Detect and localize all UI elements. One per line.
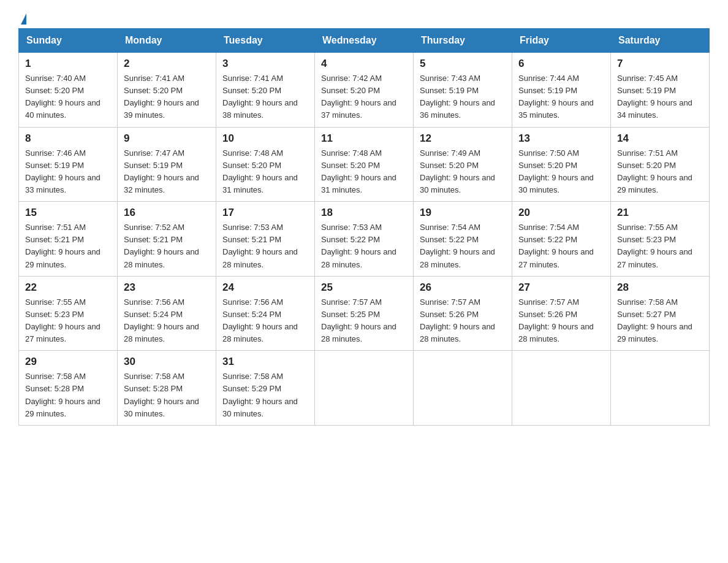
cell-sun-info: Sunrise: 7:50 AMSunset: 5:20 PMDaylight:… <box>518 147 604 197</box>
cell-day-number: 13 <box>518 132 604 145</box>
cell-sun-info: Sunrise: 7:58 AMSunset: 5:28 PMDaylight:… <box>25 370 111 420</box>
cell-day-number: 24 <box>222 282 308 294</box>
calendar-cell: 10Sunrise: 7:48 AMSunset: 5:20 PMDayligh… <box>216 127 315 202</box>
calendar-cell: 21Sunrise: 7:55 AMSunset: 5:23 PMDayligh… <box>611 202 710 277</box>
cell-day-number: 27 <box>518 282 604 294</box>
calendar-cell <box>512 351 611 426</box>
cell-sun-info: Sunrise: 7:52 AMSunset: 5:21 PMDaylight:… <box>124 221 210 271</box>
cell-day-number: 3 <box>222 58 308 70</box>
cell-sun-info: Sunrise: 7:43 AMSunset: 5:19 PMDaylight:… <box>420 72 506 122</box>
cell-sun-info: Sunrise: 7:57 AMSunset: 5:26 PMDaylight:… <box>420 296 506 346</box>
calendar-week-row: 8Sunrise: 7:46 AMSunset: 5:19 PMDaylight… <box>19 127 710 202</box>
cell-day-number: 16 <box>124 207 210 219</box>
cell-day-number: 5 <box>420 58 506 70</box>
cell-day-number: 21 <box>617 207 703 219</box>
cell-sun-info: Sunrise: 7:44 AMSunset: 5:19 PMDaylight:… <box>518 72 604 122</box>
calendar-cell <box>414 351 512 426</box>
calendar-cell: 12Sunrise: 7:49 AMSunset: 5:20 PMDayligh… <box>414 127 512 202</box>
calendar-week-row: 1Sunrise: 7:40 AMSunset: 5:20 PMDaylight… <box>19 53 710 128</box>
cell-sun-info: Sunrise: 7:57 AMSunset: 5:25 PMDaylight:… <box>321 296 407 346</box>
calendar-cell: 3Sunrise: 7:41 AMSunset: 5:20 PMDaylight… <box>216 53 315 128</box>
cell-sun-info: Sunrise: 7:56 AMSunset: 5:24 PMDaylight:… <box>124 296 210 346</box>
day-header-saturday: Saturday <box>611 29 710 53</box>
cell-sun-info: Sunrise: 7:58 AMSunset: 5:28 PMDaylight:… <box>124 370 210 420</box>
cell-day-number: 10 <box>222 132 308 145</box>
calendar-cell: 6Sunrise: 7:44 AMSunset: 5:19 PMDaylight… <box>512 53 611 128</box>
calendar-week-row: 15Sunrise: 7:51 AMSunset: 5:21 PMDayligh… <box>19 202 710 277</box>
cell-day-number: 11 <box>321 132 407 145</box>
cell-sun-info: Sunrise: 7:46 AMSunset: 5:19 PMDaylight:… <box>25 147 111 197</box>
cell-day-number: 1 <box>25 58 111 70</box>
cell-day-number: 7 <box>617 58 703 70</box>
cell-sun-info: Sunrise: 7:51 AMSunset: 5:20 PMDaylight:… <box>617 147 703 197</box>
cell-sun-info: Sunrise: 7:45 AMSunset: 5:19 PMDaylight:… <box>617 72 703 122</box>
cell-day-number: 12 <box>420 132 506 145</box>
calendar-cell: 1Sunrise: 7:40 AMSunset: 5:20 PMDaylight… <box>19 53 118 128</box>
calendar-cell: 22Sunrise: 7:55 AMSunset: 5:23 PMDayligh… <box>19 276 118 351</box>
cell-sun-info: Sunrise: 7:53 AMSunset: 5:21 PMDaylight:… <box>222 221 308 271</box>
calendar-cell: 30Sunrise: 7:58 AMSunset: 5:28 PMDayligh… <box>118 351 216 426</box>
cell-day-number: 22 <box>25 282 111 294</box>
calendar-cell <box>315 351 414 426</box>
page-header <box>18 12 710 22</box>
calendar-cell: 7Sunrise: 7:45 AMSunset: 5:19 PMDaylight… <box>611 53 710 128</box>
logo-triangle-icon <box>21 13 26 25</box>
day-header-wednesday: Wednesday <box>315 29 414 53</box>
cell-sun-info: Sunrise: 7:49 AMSunset: 5:20 PMDaylight:… <box>420 147 506 197</box>
cell-day-number: 30 <box>124 356 210 368</box>
cell-sun-info: Sunrise: 7:41 AMSunset: 5:20 PMDaylight:… <box>124 72 210 122</box>
day-header-thursday: Thursday <box>414 29 512 53</box>
calendar-week-row: 22Sunrise: 7:55 AMSunset: 5:23 PMDayligh… <box>19 276 710 351</box>
cell-day-number: 9 <box>124 132 210 145</box>
calendar-cell: 24Sunrise: 7:56 AMSunset: 5:24 PMDayligh… <box>216 276 315 351</box>
calendar-cell: 23Sunrise: 7:56 AMSunset: 5:24 PMDayligh… <box>118 276 216 351</box>
cell-day-number: 4 <box>321 58 407 70</box>
cell-day-number: 31 <box>222 356 308 368</box>
cell-sun-info: Sunrise: 7:47 AMSunset: 5:19 PMDaylight:… <box>124 147 210 197</box>
day-header-tuesday: Tuesday <box>216 29 315 53</box>
calendar-cell: 13Sunrise: 7:50 AMSunset: 5:20 PMDayligh… <box>512 127 611 202</box>
cell-day-number: 26 <box>420 282 506 294</box>
day-header-friday: Friday <box>512 29 611 53</box>
cell-day-number: 17 <box>222 207 308 219</box>
cell-sun-info: Sunrise: 7:58 AMSunset: 5:27 PMDaylight:… <box>617 296 703 346</box>
cell-sun-info: Sunrise: 7:48 AMSunset: 5:20 PMDaylight:… <box>321 147 407 197</box>
calendar-cell: 4Sunrise: 7:42 AMSunset: 5:20 PMDaylight… <box>315 53 414 128</box>
cell-sun-info: Sunrise: 7:41 AMSunset: 5:20 PMDaylight:… <box>222 72 308 122</box>
cell-day-number: 29 <box>25 356 111 368</box>
cell-sun-info: Sunrise: 7:51 AMSunset: 5:21 PMDaylight:… <box>25 221 111 271</box>
cell-sun-info: Sunrise: 7:48 AMSunset: 5:20 PMDaylight:… <box>222 147 308 197</box>
calendar-cell: 5Sunrise: 7:43 AMSunset: 5:19 PMDaylight… <box>414 53 512 128</box>
cell-day-number: 28 <box>617 282 703 294</box>
cell-sun-info: Sunrise: 7:40 AMSunset: 5:20 PMDaylight:… <box>25 72 111 122</box>
cell-day-number: 14 <box>617 132 703 145</box>
calendar-cell: 27Sunrise: 7:57 AMSunset: 5:26 PMDayligh… <box>512 276 611 351</box>
calendar-cell: 17Sunrise: 7:53 AMSunset: 5:21 PMDayligh… <box>216 202 315 277</box>
cell-day-number: 25 <box>321 282 407 294</box>
cell-day-number: 6 <box>518 58 604 70</box>
day-header-monday: Monday <box>118 29 216 53</box>
calendar-cell: 11Sunrise: 7:48 AMSunset: 5:20 PMDayligh… <box>315 127 414 202</box>
cell-day-number: 8 <box>25 132 111 145</box>
cell-sun-info: Sunrise: 7:55 AMSunset: 5:23 PMDaylight:… <box>617 221 703 271</box>
calendar-cell: 18Sunrise: 7:53 AMSunset: 5:22 PMDayligh… <box>315 202 414 277</box>
day-header-sunday: Sunday <box>19 29 118 53</box>
cell-day-number: 18 <box>321 207 407 219</box>
cell-sun-info: Sunrise: 7:58 AMSunset: 5:29 PMDaylight:… <box>222 370 308 420</box>
cell-day-number: 23 <box>124 282 210 294</box>
calendar-cell: 15Sunrise: 7:51 AMSunset: 5:21 PMDayligh… <box>19 202 118 277</box>
cell-sun-info: Sunrise: 7:55 AMSunset: 5:23 PMDaylight:… <box>25 296 111 346</box>
calendar-cell: 14Sunrise: 7:51 AMSunset: 5:20 PMDayligh… <box>611 127 710 202</box>
cell-day-number: 2 <box>124 58 210 70</box>
cell-sun-info: Sunrise: 7:42 AMSunset: 5:20 PMDaylight:… <box>321 72 407 122</box>
cell-sun-info: Sunrise: 7:53 AMSunset: 5:22 PMDaylight:… <box>321 221 407 271</box>
calendar-cell: 20Sunrise: 7:54 AMSunset: 5:22 PMDayligh… <box>512 202 611 277</box>
calendar-cell: 28Sunrise: 7:58 AMSunset: 5:27 PMDayligh… <box>611 276 710 351</box>
calendar-cell: 26Sunrise: 7:57 AMSunset: 5:26 PMDayligh… <box>414 276 512 351</box>
calendar-cell: 9Sunrise: 7:47 AMSunset: 5:19 PMDaylight… <box>118 127 216 202</box>
calendar-cell: 29Sunrise: 7:58 AMSunset: 5:28 PMDayligh… <box>19 351 118 426</box>
calendar-cell: 2Sunrise: 7:41 AMSunset: 5:20 PMDaylight… <box>118 53 216 128</box>
calendar-cell: 19Sunrise: 7:54 AMSunset: 5:22 PMDayligh… <box>414 202 512 277</box>
calendar-cell: 8Sunrise: 7:46 AMSunset: 5:19 PMDaylight… <box>19 127 118 202</box>
calendar-cell: 31Sunrise: 7:58 AMSunset: 5:29 PMDayligh… <box>216 351 315 426</box>
